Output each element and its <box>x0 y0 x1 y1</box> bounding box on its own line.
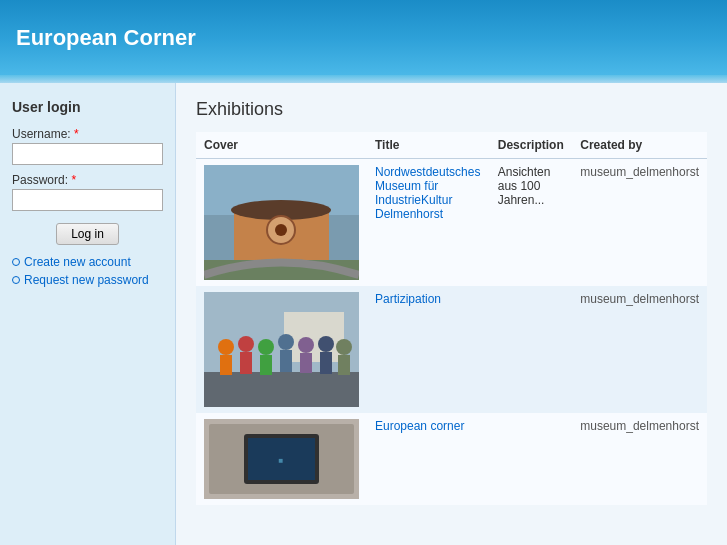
svg-text:■: ■ <box>279 456 284 465</box>
svg-rect-8 <box>284 312 344 362</box>
description-cell <box>490 413 573 505</box>
bullet-icon <box>12 276 20 284</box>
request-password-link[interactable]: Request new password <box>12 273 163 287</box>
create-account-link[interactable]: Create new account <box>12 255 163 269</box>
creator-cell: museum_delmenhorst <box>572 159 707 287</box>
creator-cell: museum_delmenhorst <box>572 413 707 505</box>
svg-rect-19 <box>300 353 312 373</box>
svg-rect-11 <box>220 355 232 375</box>
sidebar: User login Username: * Password: * Log i… <box>0 83 175 545</box>
svg-point-18 <box>298 337 314 353</box>
title-cell: Nordwestdeutsches Museum für IndustrieKu… <box>367 159 490 287</box>
creator-text-1: museum_delmenhorst <box>580 165 699 179</box>
cover-image-european: ■ <box>204 419 359 499</box>
svg-rect-17 <box>280 350 292 372</box>
bullet-icon <box>12 258 20 266</box>
table-header-row: Cover Title Description Created by <box>196 132 707 159</box>
svg-point-16 <box>278 334 294 350</box>
col-description: Description <box>490 132 573 159</box>
svg-rect-23 <box>338 355 350 375</box>
username-input[interactable] <box>12 143 163 165</box>
sidebar-title: User login <box>12 99 163 115</box>
creator-text-2: museum_delmenhorst <box>580 292 699 306</box>
creator-text-3: museum_delmenhorst <box>580 419 699 433</box>
header: European Corner <box>0 0 727 75</box>
cover-cell <box>196 286 367 413</box>
main-content: Exhibitions Cover Title Description Crea… <box>175 83 727 545</box>
description-cell: Ansichten aus 100 Jahren... <box>490 159 573 287</box>
col-cover: Cover <box>196 132 367 159</box>
exhibit-link-1[interactable]: Nordwestdeutsches Museum für IndustrieKu… <box>375 165 480 221</box>
svg-rect-15 <box>260 355 272 375</box>
exhibit-link-2[interactable]: Partizipation <box>375 292 441 306</box>
exhibitions-table: Cover Title Description Created by <box>196 132 707 505</box>
header-divider <box>0 75 727 83</box>
cover-image-museum <box>204 165 359 280</box>
page-title: Exhibitions <box>196 99 707 120</box>
svg-rect-9 <box>204 372 359 407</box>
login-button[interactable]: Log in <box>56 223 119 245</box>
title-cell: Partizipation <box>367 286 490 413</box>
table-row: Nordwestdeutsches Museum für IndustrieKu… <box>196 159 707 287</box>
layout: User login Username: * Password: * Log i… <box>0 83 727 545</box>
svg-rect-21 <box>320 352 332 374</box>
svg-point-10 <box>218 339 234 355</box>
svg-point-12 <box>238 336 254 352</box>
table-row: ■ European corner museum_delmenhorst <box>196 413 707 505</box>
password-input[interactable] <box>12 189 163 211</box>
cover-image-people <box>204 292 359 407</box>
svg-point-5 <box>275 224 287 236</box>
svg-rect-13 <box>240 352 252 374</box>
title-cell: European corner <box>367 413 490 505</box>
svg-point-14 <box>258 339 274 355</box>
cover-cell <box>196 159 367 287</box>
description-cell <box>490 286 573 413</box>
exhibit-link-3[interactable]: European corner <box>375 419 464 433</box>
col-created-by: Created by <box>572 132 707 159</box>
cover-cell: ■ <box>196 413 367 505</box>
table-row: Partizipation museum_delmenhorst <box>196 286 707 413</box>
site-title: European Corner <box>16 25 196 51</box>
creator-cell: museum_delmenhorst <box>572 286 707 413</box>
password-label: Password: * <box>12 173 163 187</box>
col-title: Title <box>367 132 490 159</box>
svg-point-20 <box>318 336 334 352</box>
description-text-1: Ansichten aus 100 Jahren... <box>498 165 551 207</box>
svg-point-22 <box>336 339 352 355</box>
username-label: Username: * <box>12 127 163 141</box>
